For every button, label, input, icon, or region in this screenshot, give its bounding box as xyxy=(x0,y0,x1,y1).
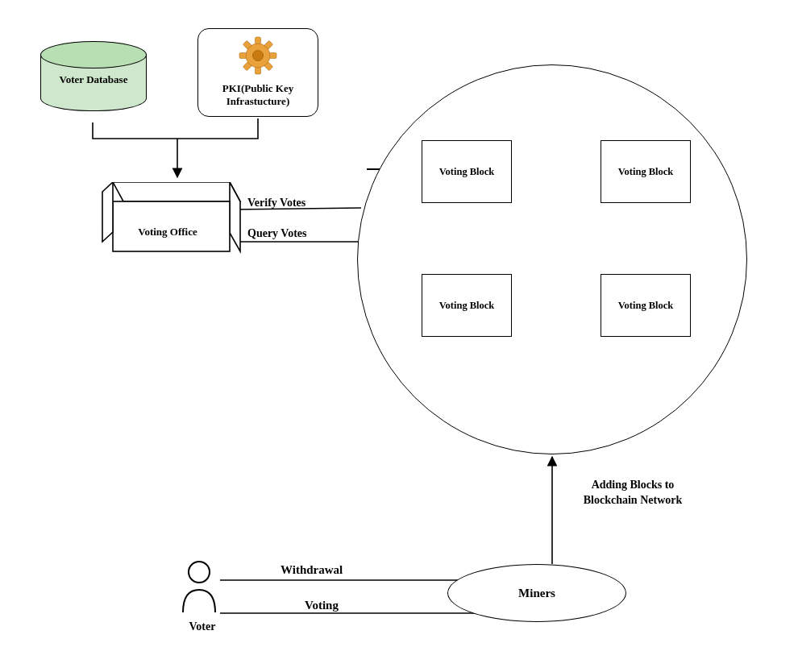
svg-rect-3 xyxy=(269,53,276,59)
voting-office-label: Voting Office xyxy=(119,226,216,239)
svg-point-14 xyxy=(189,562,210,583)
svg-rect-0 xyxy=(256,37,261,44)
blockchain-network xyxy=(357,64,747,454)
svg-point-9 xyxy=(253,51,264,61)
svg-marker-10 xyxy=(113,182,240,201)
voter-label: Voter xyxy=(174,620,231,633)
database-icon: Voter Database xyxy=(40,54,147,111)
svg-marker-11 xyxy=(230,182,240,251)
pki-node: PKI(Public Key Infrastucture) xyxy=(197,28,318,117)
edge-label-query: Query Votes xyxy=(247,227,307,240)
voting-office-node: Voting Office xyxy=(97,182,234,255)
diagram-canvas: Voter Database xyxy=(0,0,798,672)
voting-block-top-right: Voting Block xyxy=(601,140,691,203)
database-node: Voter Database xyxy=(40,54,145,111)
pki-label: PKI(Public Key Infrastucture) xyxy=(205,82,311,109)
miners-node: Miners xyxy=(447,564,626,622)
edge-label-verify: Verify Votes xyxy=(247,197,305,209)
gear-icon xyxy=(198,35,318,76)
voting-block-bottom-left: Voting Block xyxy=(422,274,512,337)
svg-marker-13 xyxy=(102,182,113,242)
edge-label-voting: Voting xyxy=(305,599,339,612)
miners-label: Miners xyxy=(518,587,555,600)
edge-label-adding-blocks: Adding Blocks to Blockchain Network xyxy=(572,478,693,508)
voting-block-top-left: Voting Block xyxy=(422,140,512,203)
database-label: Voter Database xyxy=(41,73,146,86)
edge-label-withdrawal: Withdrawal xyxy=(281,563,343,577)
person-icon xyxy=(179,559,219,616)
voting-block-bottom-right: Voting Block xyxy=(601,274,691,337)
svg-rect-1 xyxy=(256,67,261,74)
svg-rect-2 xyxy=(239,53,247,59)
